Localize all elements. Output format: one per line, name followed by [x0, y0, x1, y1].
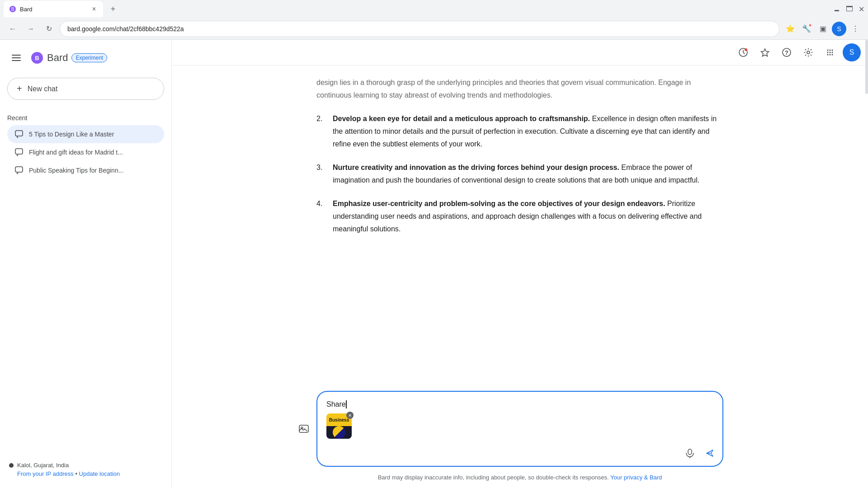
svg-rect-7 — [15, 131, 23, 136]
intro-text: design lies in a thorough grasp of the u… — [316, 76, 723, 102]
back-button[interactable]: ← — [5, 22, 20, 36]
svg-point-19 — [827, 52, 829, 53]
svg-rect-3 — [12, 57, 21, 58]
update-location-link[interactable]: Update location — [79, 470, 120, 477]
title-bar: B Bard ✕ + 🗕 🗖 ✕ — [0, 0, 868, 18]
sidebar: B Bard Experiment + New chat Recent 5 Ti… — [0, 40, 172, 488]
recent-label: Recent — [7, 111, 164, 125]
sidebar-toggle-icon[interactable]: ▣ — [816, 22, 830, 36]
experiment-badge: Experiment — [71, 53, 107, 62]
chat-item-1-text: 5 Tips to Design Like a Master — [29, 131, 157, 138]
chat-input-box[interactable]: Share ✕ Business — [316, 391, 723, 467]
extensions-icon[interactable]: 🔧 — [799, 22, 814, 36]
bard-logo[interactable]: B Bard Experiment — [31, 52, 107, 64]
plus-icon: + — [17, 84, 22, 94]
list-item-2-text: Develop a keen eye for detail and a meti… — [333, 113, 723, 150]
chat-item-3[interactable]: Public Speaking Tips for Beginn... — [7, 161, 164, 179]
chat-content: design lies in a thorough grasp of the u… — [316, 76, 723, 235]
chat-area[interactable]: design lies in a thorough grasp of the u… — [172, 66, 868, 384]
window-maximize[interactable]: 🗖 — [846, 5, 853, 13]
svg-rect-8 — [15, 149, 23, 154]
list-number-3: 3. — [316, 161, 327, 187]
grid-button[interactable] — [821, 43, 839, 61]
tab-favicon: B — [9, 5, 16, 13]
browser-chrome: B Bard ✕ + 🗕 🗖 ✕ ← → ↻ bard.google.com/c… — [0, 0, 868, 40]
location-links: From your IP address • Update location — [9, 470, 162, 477]
bard-logo-text: Bard — [47, 52, 68, 64]
image-upload-button[interactable] — [295, 420, 313, 438]
list-number-2: 2. — [316, 113, 327, 150]
location-dot-icon — [9, 463, 14, 468]
separator: • — [75, 470, 79, 477]
list-item-4-text: Emphasize user-centricity and problem-so… — [333, 197, 723, 235]
list-item-4-bold: Emphasize user-centricity and problem-so… — [333, 200, 665, 207]
hamburger-menu-button[interactable] — [7, 49, 25, 67]
scrollbar-track[interactable] — [864, 40, 868, 488]
chrome-menu-icon[interactable]: ⋮ — [848, 22, 863, 36]
svg-point-20 — [830, 52, 831, 53]
history-button[interactable] — [734, 43, 752, 61]
window-minimize[interactable]: 🗕 — [833, 5, 840, 13]
svg-point-24 — [832, 54, 833, 56]
app-layout: B Bard Experiment + New chat Recent 5 Ti… — [0, 40, 868, 488]
svg-point-21 — [832, 52, 833, 53]
location-text: Kalol, Gujarat, India — [17, 462, 69, 469]
tab-close-button[interactable]: ✕ — [90, 5, 98, 13]
address-bar[interactable]: bard.google.com/chat/2cf68bbc429d522a — [60, 21, 779, 37]
new-chat-button[interactable]: + New chat — [7, 78, 164, 100]
svg-rect-9 — [15, 167, 23, 172]
svg-point-17 — [830, 50, 831, 51]
svg-text:B: B — [35, 55, 39, 61]
from-ip-link[interactable]: From your IP address — [17, 470, 74, 477]
bookmark-star-icon[interactable]: ⭐ — [783, 22, 797, 36]
forward-button[interactable]: → — [24, 22, 38, 36]
list-item-2-bold: Develop a keen eye for detail and a meti… — [333, 115, 590, 122]
svg-rect-27 — [688, 449, 692, 455]
new-chat-label: New chat — [28, 85, 58, 93]
user-avatar[interactable]: S — [843, 43, 861, 61]
notification-dot — [808, 23, 812, 27]
send-button[interactable] — [702, 445, 718, 461]
window-close[interactable]: ✕ — [859, 5, 864, 14]
profile-avatar[interactable]: S — [832, 22, 846, 36]
input-text: Share — [326, 399, 346, 410]
browser-toolbar: ← → ↻ bard.google.com/chat/2cf68bbc429d5… — [0, 18, 868, 40]
svg-text:?: ? — [785, 49, 788, 56]
help-button[interactable]: ? — [778, 43, 796, 61]
chat-item-1[interactable]: 5 Tips to Design Like a Master — [7, 125, 164, 143]
settings-button[interactable] — [799, 43, 817, 61]
input-actions — [682, 445, 718, 461]
svg-point-11 — [745, 48, 747, 51]
new-tab-button[interactable]: + — [107, 3, 119, 15]
main-content: ? S design lies in a thorough grasp of t… — [172, 40, 868, 488]
recent-section: Recent 5 Tips to Design Like a Master Fl… — [0, 107, 171, 183]
url-text: bard.google.com/chat/2cf68bbc429d522a — [67, 25, 184, 33]
window-controls: 🗕 🗖 ✕ — [833, 5, 864, 14]
input-wrapper: Share ✕ Business — [316, 391, 723, 467]
toolbar-actions: ⭐ 🔧 ▣ S ⋮ — [783, 22, 863, 36]
svg-point-22 — [827, 54, 829, 56]
chat-bubble-icon-2 — [14, 148, 24, 157]
privacy-link[interactable]: Your privacy & Bard — [610, 474, 662, 481]
browser-tab[interactable]: B Bard ✕ — [4, 1, 103, 17]
input-area: Share ✕ Business — [172, 384, 868, 470]
star-button[interactable] — [756, 43, 774, 61]
attachment-circle — [333, 426, 345, 439]
svg-marker-12 — [761, 49, 769, 56]
svg-point-16 — [827, 50, 829, 51]
list-item-3-text: Nurture creativity and innovation as the… — [333, 161, 723, 187]
attachment-close-button[interactable]: ✕ — [346, 412, 354, 419]
input-cursor — [346, 400, 347, 408]
svg-point-15 — [807, 51, 810, 54]
svg-rect-4 — [12, 60, 21, 61]
tab-title: Bard — [20, 6, 87, 13]
chat-item-2[interactable]: Flight and gift ideas for Madrid t... — [7, 143, 164, 161]
list-item-2: 2. Develop a keen eye for detail and a m… — [316, 113, 723, 150]
sidebar-footer: Kalol, Gujarat, India From your IP addre… — [0, 456, 171, 483]
refresh-button[interactable]: ↻ — [42, 22, 56, 36]
chat-bubble-icon-1 — [14, 130, 24, 139]
attachment-bottom-graphic — [326, 426, 352, 439]
chat-item-3-text: Public Speaking Tips for Beginn... — [29, 167, 157, 174]
scrollbar-thumb[interactable] — [865, 40, 868, 94]
mic-button[interactable] — [682, 445, 698, 461]
